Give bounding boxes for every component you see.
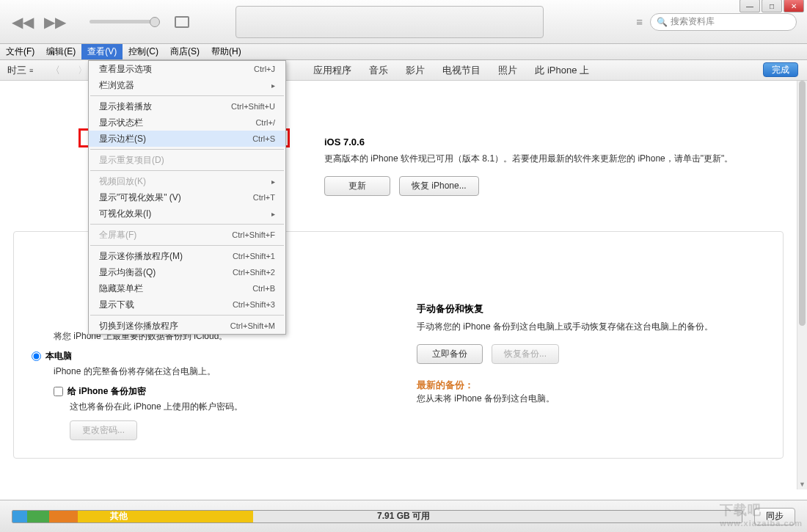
menubar: 文件(F) 编辑(E) 查看(V) 控制(C) 商店(S) 帮助(H) [0,44,807,60]
search-placeholder: 搜索资料库 [671,15,715,28]
ios-title: iOS 7.0.6 [324,136,766,147]
close-button[interactable]: ✕ [784,0,804,12]
tab-movies[interactable]: 影片 [406,64,425,77]
tab-music[interactable]: 音乐 [369,64,388,77]
storage-other-label: 其他 [110,510,128,522]
latest-backup-desc: 您从未将 iPhone 备份到这台电脑。 [417,392,765,406]
minimize-button[interactable]: — [740,0,760,12]
storage-free-label: 7.91 GB 可用 [377,510,430,522]
dropdown-icon: ≡ [29,67,33,74]
menu-store[interactable]: 商店(S) [164,44,205,59]
nav-back-icon[interactable]: 〈 [51,64,60,77]
menu-item: 显示重复项目(D) [89,152,285,168]
menu-edit[interactable]: 编辑(E) [40,44,81,59]
manual-backup-desc: 手动将您的 iPhone 备份到这台电脑上或手动恢复存储在这台电脑上的备份。 [417,320,765,334]
restore-iphone-button[interactable]: 恢复 iPhone... [399,176,479,196]
nav-fwd-icon[interactable]: 〉 [78,64,87,77]
volume-slider[interactable] [90,20,156,23]
menu-item[interactable]: 显示均衡器(Q)Ctrl+Shift+2 [89,264,285,280]
menu-file[interactable]: 文件(F) [0,44,40,59]
now-playing-display [235,6,544,38]
sync-button[interactable]: 同步 [754,508,795,525]
latest-backup-title: 最新的备份： [417,379,765,392]
scrollbar[interactable]: ▲ ▼ [797,81,807,489]
airplay-icon[interactable] [175,16,189,28]
scroll-down-icon[interactable]: ▼ [797,479,807,489]
scroll-thumb[interactable] [799,81,806,326]
play-controls: ◀◀ ▶ ▶▶ [12,13,189,31]
menu-item[interactable]: 切换到迷你播放程序Ctrl+Shift+M [89,318,285,334]
menu-item[interactable]: 隐藏菜单栏Ctrl+B [89,280,285,296]
search-icon: 🔍 [657,17,668,27]
menu-item: 视频回放(K) [89,173,285,189]
tab-on-iphone[interactable]: 此 iPhone 上 [535,64,589,77]
change-password-button: 更改密码... [70,420,137,440]
next-icon[interactable]: ▶▶ [44,13,66,31]
restore-backup-button: 恢复备份... [492,344,559,364]
local-backup-radio[interactable]: 本电脑 [32,350,380,362]
update-button[interactable]: 更新 [324,176,390,196]
menu-item: 全屏幕(F)Ctrl+Shift+F [89,227,285,243]
list-view-icon[interactable]: ≡ [636,15,643,28]
toolbar: — □ ✕ ◀◀ ▶ ▶▶ ≡ 🔍 搜索资料库 [0,0,807,44]
menu-item[interactable]: 显示"可视化效果" (V)Ctrl+T [89,189,285,205]
device-label[interactable]: 时三 ≡ [7,64,33,77]
manual-backup-title: 手动备份和恢复 [417,302,765,316]
ios-desc: 更高版本的 iPhone 软件现已可用（版本 8.1）。若要使用最新的软件来更新… [324,152,766,166]
menu-item[interactable]: 显示迷你播放程序(M)Ctrl+Shift+1 [89,248,285,264]
local-backup-desc: iPhone 的完整备份将存储在这台电脑上。 [54,365,380,378]
view-menu-dropdown: 查看显示选项Ctrl+J栏浏览器显示接着播放Ctrl+Shift+U显示状态栏C… [88,60,286,335]
prev-icon[interactable]: ◀◀ [12,13,34,31]
tab-tv[interactable]: 电视节目 [442,64,481,77]
done-button[interactable]: 完成 [763,62,798,77]
search-input[interactable]: 🔍 搜索资料库 [650,13,797,31]
menu-item[interactable]: 栏浏览器 [89,77,285,93]
menu-item[interactable]: 可视化效果(I) [89,205,285,222]
menu-item[interactable]: 显示边栏(S)Ctrl+S [89,131,285,147]
window-buttons: — □ ✕ [738,0,804,12]
menu-help[interactable]: 帮助(H) [205,44,247,59]
menu-item[interactable]: 显示接着播放Ctrl+Shift+U [89,98,285,114]
maximize-button[interactable]: □ [762,0,782,12]
menu-item[interactable]: 显示状态栏Ctrl+/ [89,114,285,131]
tab-photos[interactable]: 照片 [498,64,517,77]
menu-item[interactable]: 查看显示选项Ctrl+J [89,61,285,77]
menu-item[interactable]: 显示下载Ctrl+Shift+3 [89,296,285,313]
menu-control[interactable]: 控制(C) [123,44,164,59]
tab-apps[interactable]: 应用程序 [313,64,351,77]
encrypt-desc: 这也将备份在此 iPhone 上使用的帐户密码。 [70,401,380,413]
ios-version-panel: iOS 7.0.6 更高版本的 iPhone 软件现已可用（版本 8.1）。若要… [307,81,784,214]
menu-view[interactable]: 查看(V) [81,44,123,59]
bottom-bar: 其他 7.91 GB 可用 同步 [0,500,807,532]
encrypt-checkbox[interactable]: 给 iPhone 备份加密 [54,385,380,398]
backup-now-button[interactable]: 立即备份 [417,344,483,364]
